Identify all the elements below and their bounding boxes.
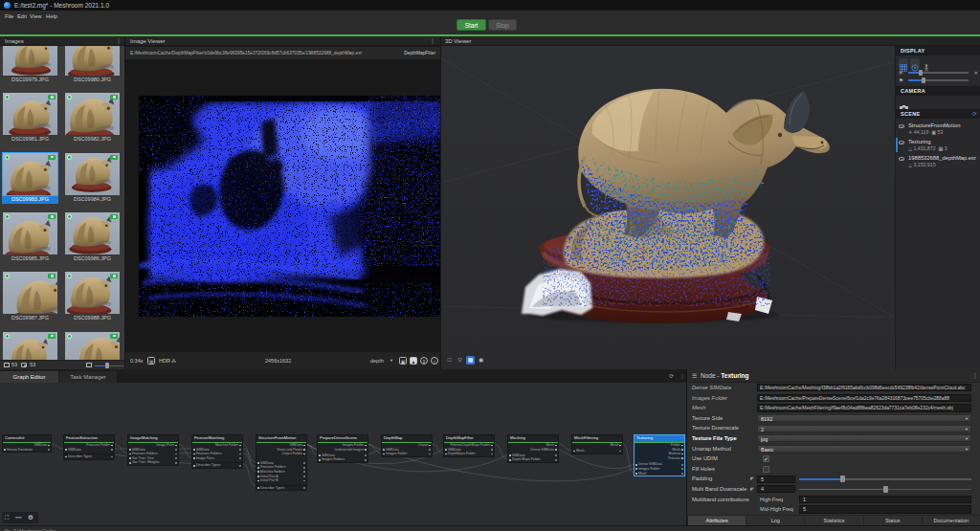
attribute-combo[interactable]: 8192▼ (757, 414, 971, 422)
start-button[interactable]: Start (457, 19, 486, 31)
graph-node-featurematching[interactable]: FeatureMatchingMatches FolderSfMDataFeat… (191, 434, 243, 469)
gizmo-toggle-icon[interactable] (910, 58, 920, 68)
input-pin-out[interactable] (175, 457, 177, 459)
node-list-icon[interactable]: ☰ (692, 369, 697, 383)
thumbnail-photo[interactable] (3, 46, 57, 76)
output-pin[interactable] (303, 454, 305, 455)
stop-button[interactable]: Stop (488, 19, 517, 31)
input-pin-out[interactable] (365, 454, 367, 456)
input-pin-out[interactable] (365, 459, 367, 461)
image-viewer-menu-icon[interactable]: ⋮ (429, 36, 436, 46)
tab-graph-editor[interactable]: Graph Editor (0, 371, 58, 383)
input-pin-out[interactable] (111, 449, 113, 451)
thumbnail-photo[interactable] (65, 332, 120, 361)
output-pin[interactable] (681, 445, 683, 447)
input-pin[interactable] (573, 451, 575, 453)
graph-node-depthmap[interactable]: DepthMapOutputSfMDataImages Folder (381, 434, 433, 457)
input-pin[interactable] (257, 467, 259, 469)
input-pin[interactable] (635, 464, 637, 466)
input-pin[interactable] (129, 462, 131, 464)
input-pin[interactable] (193, 457, 195, 459)
image-thumbnail[interactable]: DSC09980.JPG (64, 46, 121, 84)
render-mode-solid-icon[interactable]: □ (445, 356, 454, 365)
graph-node-depthmapfilter[interactable]: DepthMapFilterFiltered DepthMaps FolderS… (443, 434, 495, 457)
input-pin-out[interactable] (303, 487, 305, 489)
graph-settings-icon[interactable]: ⚙ (28, 514, 33, 521)
attribute-slider[interactable] (799, 478, 971, 480)
viewport-3d[interactable]: □ ▽ ▩ ◉ (441, 46, 894, 369)
graph-node-structurefrommotion[interactable]: StructureFromMotionSfMDataViews and Pose… (256, 434, 307, 491)
node-panel-menu-icon[interactable]: ⋮ (972, 369, 979, 383)
fit-graph-icon[interactable]: ⛶ (5, 515, 9, 521)
attribute-combo[interactable]: Basic▼ (757, 445, 971, 453)
reset-icon[interactable]: ◤ (750, 486, 754, 493)
graph-node-camerainit[interactable]: CameraInitSfMDataSensor Database (2, 434, 52, 453)
input-pin[interactable] (193, 449, 195, 451)
attribute-combo[interactable]: jpg▼ (757, 434, 971, 442)
info-icon[interactable]: i (431, 357, 438, 365)
input-pin[interactable] (193, 454, 195, 455)
graph-node-imagematching[interactable]: ImageMatchingImage PairsSfMDataFeatures … (127, 434, 179, 466)
output-pin[interactable] (619, 445, 621, 447)
input-pin-out[interactable] (429, 449, 431, 451)
input-pin-out[interactable] (303, 467, 305, 469)
output-pin[interactable] (303, 445, 305, 447)
channel-select[interactable]: depth (370, 357, 384, 365)
camera-scale-slider[interactable] (908, 79, 969, 81)
snapshot-icon[interactable]: ▲ (410, 357, 417, 365)
attribute-checkbox[interactable]: ✓ (763, 455, 769, 462)
input-pin[interactable] (65, 456, 67, 458)
thumb-size-slider[interactable] (95, 365, 123, 367)
input-pin-out[interactable] (303, 480, 305, 482)
hdr-label[interactable]: HDR (159, 357, 170, 365)
input-pin-out[interactable] (429, 454, 431, 455)
input-pin[interactable] (383, 449, 385, 451)
pause-icon[interactable]: ‖ (420, 357, 428, 365)
thumbnail-photo[interactable] (3, 153, 57, 195)
images-menu-icon[interactable]: ⋮ (115, 36, 122, 46)
input-pin-out[interactable] (239, 449, 241, 451)
input-pin[interactable] (129, 454, 131, 455)
thumbnail-photo[interactable] (3, 332, 57, 361)
node-panel-tab-statistics[interactable]: Statistics (805, 516, 862, 525)
visibility-eye-icon[interactable] (899, 141, 904, 144)
thumbnail-photo[interactable] (65, 272, 120, 314)
output-pin[interactable] (239, 445, 241, 447)
input-pin-out[interactable] (175, 454, 177, 455)
input-pin[interactable] (509, 459, 511, 461)
image-thumbnail[interactable]: DSC09983.JPG (2, 153, 58, 204)
graph-node-texturing[interactable]: TexturingFolderMeshMaterialTexturesDense… (634, 434, 685, 476)
output-pin[interactable] (365, 449, 367, 451)
thumbnail-photo[interactable] (3, 212, 57, 254)
image-thumbnail[interactable]: DSC09979.JPG (2, 46, 58, 84)
attribute-combo[interactable]: 2▼ (757, 425, 971, 432)
menu-help[interactable]: Help (46, 12, 57, 21)
input-pin[interactable] (445, 454, 447, 455)
node-panel-tab-status[interactable]: Status (864, 516, 922, 525)
input-pin-out[interactable] (111, 456, 113, 458)
scene-item[interactable]: Texturing△ 1,431,872 ▦ 3 (896, 137, 980, 153)
graph-menu-icon[interactable]: ⋮ (679, 372, 685, 380)
point-size-slider[interactable] (908, 72, 969, 74)
node-panel-tab-documentation[interactable]: Documentation (923, 516, 980, 525)
input-pin-out[interactable] (48, 449, 50, 451)
attribute-checkbox[interactable] (763, 466, 769, 473)
input-pin-out[interactable] (303, 476, 305, 477)
thumbnail-photo[interactable] (65, 212, 120, 254)
sub-attribute-value[interactable]: 1 (799, 496, 971, 503)
attribute-number[interactable]: 4 (757, 485, 795, 493)
input-pin[interactable] (257, 487, 259, 489)
attribute-path-value[interactable]: E:/MeshroomCache/PrepareDenseScene/6cef1… (757, 394, 971, 402)
sub-attribute-value[interactable]: 5 (799, 505, 971, 513)
input-pin-out[interactable] (681, 473, 683, 475)
input-pin-out[interactable] (303, 462, 305, 464)
crop-icon[interactable]: ▣ (399, 357, 407, 365)
attribute-path-value[interactable]: E:/MeshroomCache/MeshFiltering/f9aef8c04… (757, 404, 971, 411)
scene-item[interactable]: StructureFromMotion✳ 44,119 ▣ 53 (896, 121, 980, 137)
thumbnail-photo[interactable] (65, 46, 120, 76)
input-pin[interactable] (383, 454, 385, 455)
render-mode-sh-icon[interactable]: ◉ (477, 356, 485, 365)
attribute-path-value[interactable]: E:/MeshroomCache/Meshing/f38bb1a2f6165ab… (757, 384, 971, 391)
channel-caret-icon[interactable]: ▼ (390, 357, 393, 365)
output-pin[interactable] (303, 449, 305, 451)
